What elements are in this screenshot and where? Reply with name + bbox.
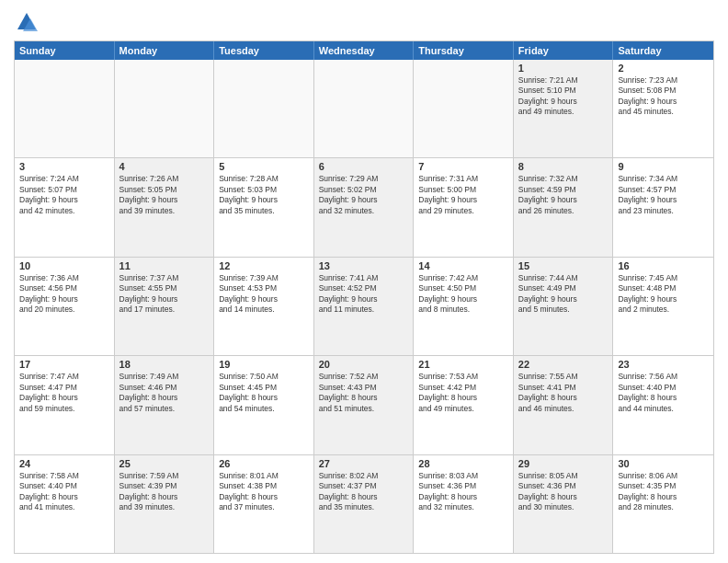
day-info: Sunrise: 8:03 AM Sunset: 4:36 PM Dayligh… <box>418 471 478 511</box>
day-number: 3 <box>19 161 109 172</box>
day-cell-15: 15Sunrise: 7:44 AM Sunset: 4:49 PM Dayli… <box>514 258 614 355</box>
day-info: Sunrise: 7:26 AM Sunset: 5:05 PM Dayligh… <box>119 174 179 214</box>
day-number: 20 <box>319 359 409 370</box>
day-info: Sunrise: 7:50 AM Sunset: 4:45 PM Dayligh… <box>219 372 279 412</box>
day-cell-17: 17Sunrise: 7:47 AM Sunset: 4:47 PM Dayli… <box>15 356 115 454</box>
day-number: 1 <box>518 63 609 74</box>
day-cell-19: 19Sunrise: 7:50 AM Sunset: 4:45 PM Dayli… <box>214 356 314 454</box>
day-number: 23 <box>618 359 709 370</box>
day-number: 28 <box>418 458 508 469</box>
header-cell-thursday: Thursday <box>414 41 514 60</box>
day-number: 16 <box>618 260 709 271</box>
day-info: Sunrise: 7:53 AM Sunset: 4:42 PM Dayligh… <box>418 372 478 412</box>
day-info: Sunrise: 7:29 AM Sunset: 5:02 PM Dayligh… <box>319 174 379 214</box>
day-cell-1: 1Sunrise: 7:21 AM Sunset: 5:10 PM Daylig… <box>514 60 614 157</box>
day-info: Sunrise: 7:41 AM Sunset: 4:52 PM Dayligh… <box>319 273 379 314</box>
day-number: 30 <box>618 458 709 469</box>
day-cell-25: 25Sunrise: 7:59 AM Sunset: 4:39 PM Dayli… <box>115 455 215 553</box>
day-number: 24 <box>19 458 109 469</box>
day-info: Sunrise: 8:05 AM Sunset: 4:36 PM Dayligh… <box>518 471 578 511</box>
day-number: 21 <box>418 359 508 370</box>
day-cell-5: 5Sunrise: 7:28 AM Sunset: 5:03 PM Daylig… <box>214 158 314 256</box>
header-cell-wednesday: Wednesday <box>314 41 415 60</box>
empty-cell <box>414 60 514 157</box>
day-cell-8: 8Sunrise: 7:32 AM Sunset: 4:59 PM Daylig… <box>514 158 614 256</box>
day-info: Sunrise: 7:32 AM Sunset: 4:59 PM Dayligh… <box>518 174 578 214</box>
day-number: 25 <box>119 458 210 469</box>
day-info: Sunrise: 7:37 AM Sunset: 4:55 PM Dayligh… <box>119 273 179 314</box>
day-number: 17 <box>19 359 109 370</box>
day-info: Sunrise: 7:28 AM Sunset: 5:03 PM Dayligh… <box>219 174 279 214</box>
header-cell-saturday: Saturday <box>613 41 713 60</box>
day-cell-2: 2Sunrise: 7:23 AM Sunset: 5:08 PM Daylig… <box>613 60 713 157</box>
day-info: Sunrise: 7:24 AM Sunset: 5:07 PM Dayligh… <box>19 174 79 214</box>
day-number: 18 <box>119 359 210 370</box>
logo-icon <box>14 9 40 35</box>
day-cell-3: 3Sunrise: 7:24 AM Sunset: 5:07 PM Daylig… <box>15 158 115 256</box>
day-number: 14 <box>418 260 508 271</box>
day-number: 19 <box>219 359 309 370</box>
day-number: 4 <box>119 161 210 172</box>
day-number: 22 <box>518 359 609 370</box>
day-number: 12 <box>219 260 309 271</box>
day-info: Sunrise: 7:39 AM Sunset: 4:53 PM Dayligh… <box>219 273 279 314</box>
day-cell-21: 21Sunrise: 7:53 AM Sunset: 4:42 PM Dayli… <box>414 356 514 454</box>
day-number: 11 <box>119 260 210 271</box>
day-info: Sunrise: 7:34 AM Sunset: 4:57 PM Dayligh… <box>618 174 677 214</box>
day-cell-29: 29Sunrise: 8:05 AM Sunset: 4:36 PM Dayli… <box>514 455 614 553</box>
day-info: Sunrise: 7:45 AM Sunset: 4:48 PM Dayligh… <box>618 273 677 314</box>
day-number: 5 <box>219 161 309 172</box>
day-info: Sunrise: 7:56 AM Sunset: 4:40 PM Dayligh… <box>618 372 677 412</box>
day-number: 26 <box>219 458 309 469</box>
day-info: Sunrise: 8:06 AM Sunset: 4:35 PM Dayligh… <box>618 471 677 511</box>
day-cell-7: 7Sunrise: 7:31 AM Sunset: 5:00 PM Daylig… <box>414 158 514 256</box>
day-info: Sunrise: 7:58 AM Sunset: 4:40 PM Dayligh… <box>19 471 79 511</box>
day-cell-24: 24Sunrise: 7:58 AM Sunset: 4:40 PM Dayli… <box>15 455 115 553</box>
day-info: Sunrise: 7:49 AM Sunset: 4:46 PM Dayligh… <box>119 372 179 412</box>
day-cell-20: 20Sunrise: 7:52 AM Sunset: 4:43 PM Dayli… <box>314 356 415 454</box>
calendar: SundayMondayTuesdayWednesdayThursdayFrid… <box>14 40 714 554</box>
empty-cell <box>15 60 115 157</box>
day-cell-9: 9Sunrise: 7:34 AM Sunset: 4:57 PM Daylig… <box>613 158 713 256</box>
empty-cell <box>314 60 415 157</box>
day-number: 10 <box>19 260 109 271</box>
page: SundayMondayTuesdayWednesdayThursdayFrid… <box>0 0 728 563</box>
day-cell-4: 4Sunrise: 7:26 AM Sunset: 5:05 PM Daylig… <box>115 158 215 256</box>
empty-cell <box>214 60 314 157</box>
day-cell-22: 22Sunrise: 7:55 AM Sunset: 4:41 PM Dayli… <box>514 356 614 454</box>
day-cell-28: 28Sunrise: 8:03 AM Sunset: 4:36 PM Dayli… <box>414 455 514 553</box>
calendar-row-3: 17Sunrise: 7:47 AM Sunset: 4:47 PM Dayli… <box>15 356 713 454</box>
day-info: Sunrise: 7:31 AM Sunset: 5:00 PM Dayligh… <box>418 174 478 214</box>
day-number: 29 <box>518 458 609 469</box>
calendar-header: SundayMondayTuesdayWednesdayThursdayFrid… <box>15 41 713 60</box>
empty-cell <box>115 60 215 157</box>
header-cell-tuesday: Tuesday <box>214 41 314 60</box>
calendar-row-4: 24Sunrise: 7:58 AM Sunset: 4:40 PM Dayli… <box>15 455 713 553</box>
day-cell-16: 16Sunrise: 7:45 AM Sunset: 4:48 PM Dayli… <box>613 258 713 355</box>
header-cell-sunday: Sunday <box>15 41 115 60</box>
day-cell-13: 13Sunrise: 7:41 AM Sunset: 4:52 PM Dayli… <box>314 258 415 355</box>
day-cell-27: 27Sunrise: 8:02 AM Sunset: 4:37 PM Dayli… <box>314 455 415 553</box>
day-cell-11: 11Sunrise: 7:37 AM Sunset: 4:55 PM Dayli… <box>115 258 215 355</box>
day-info: Sunrise: 8:02 AM Sunset: 4:37 PM Dayligh… <box>319 471 379 511</box>
day-number: 9 <box>618 161 709 172</box>
day-cell-26: 26Sunrise: 8:01 AM Sunset: 4:38 PM Dayli… <box>214 455 314 553</box>
day-cell-10: 10Sunrise: 7:36 AM Sunset: 4:56 PM Dayli… <box>15 258 115 355</box>
day-info: Sunrise: 7:42 AM Sunset: 4:50 PM Dayligh… <box>418 273 478 314</box>
calendar-row-1: 3Sunrise: 7:24 AM Sunset: 5:07 PM Daylig… <box>15 158 713 257</box>
calendar-row-0: 1Sunrise: 7:21 AM Sunset: 5:10 PM Daylig… <box>15 60 713 158</box>
day-number: 6 <box>319 161 409 172</box>
day-info: Sunrise: 7:23 AM Sunset: 5:08 PM Dayligh… <box>618 75 677 116</box>
day-info: Sunrise: 7:21 AM Sunset: 5:10 PM Dayligh… <box>518 75 578 116</box>
day-info: Sunrise: 7:36 AM Sunset: 4:56 PM Dayligh… <box>19 273 79 314</box>
logo <box>14 9 43 35</box>
day-cell-18: 18Sunrise: 7:49 AM Sunset: 4:46 PM Dayli… <box>115 356 215 454</box>
day-cell-23: 23Sunrise: 7:56 AM Sunset: 4:40 PM Dayli… <box>613 356 713 454</box>
day-cell-30: 30Sunrise: 8:06 AM Sunset: 4:35 PM Dayli… <box>613 455 713 553</box>
day-number: 15 <box>518 260 609 271</box>
day-cell-14: 14Sunrise: 7:42 AM Sunset: 4:50 PM Dayli… <box>414 258 514 355</box>
day-cell-12: 12Sunrise: 7:39 AM Sunset: 4:53 PM Dayli… <box>214 258 314 355</box>
day-info: Sunrise: 7:59 AM Sunset: 4:39 PM Dayligh… <box>119 471 179 511</box>
header-cell-monday: Monday <box>115 41 215 60</box>
calendar-row-2: 10Sunrise: 7:36 AM Sunset: 4:56 PM Dayli… <box>15 258 713 356</box>
